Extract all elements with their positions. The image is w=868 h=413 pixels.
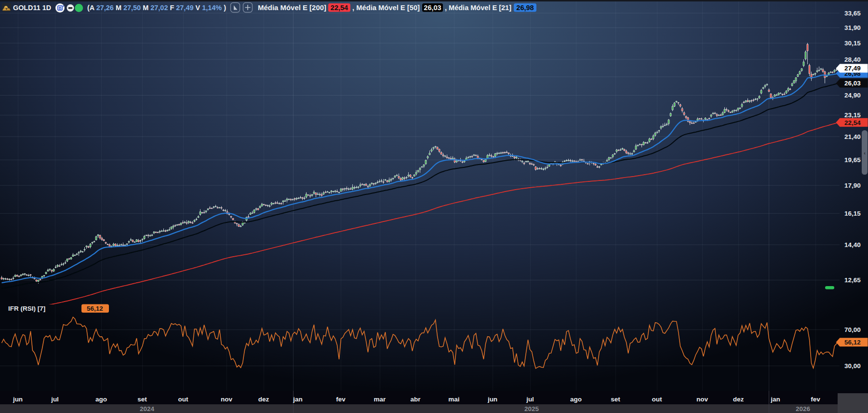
- svg-text:jul: jul: [51, 396, 59, 403]
- svg-text:B: B: [59, 6, 62, 11]
- svg-text:dez: dez: [258, 396, 269, 403]
- svg-text:26,98: 26,98: [516, 4, 534, 12]
- svg-text:70,00: 70,00: [844, 326, 861, 333]
- svg-text:nov: nov: [221, 396, 232, 403]
- svg-text:, Média Móvel E [50]: , Média Móvel E [50]: [352, 4, 420, 12]
- svg-text:30,15: 30,15: [844, 40, 861, 47]
- svg-text:(A 27,26 M 27,50 M 27,02 F 27,: (A 27,26 M 27,50 M 27,02 F 27,49 V 1,14%…: [87, 4, 226, 12]
- svg-text:22,54: 22,54: [844, 119, 861, 126]
- svg-text:26,03: 26,03: [844, 80, 861, 87]
- svg-text:12,65: 12,65: [844, 276, 861, 284]
- svg-text:56,12: 56,12: [87, 305, 103, 312]
- svg-text:27,49: 27,49: [844, 65, 861, 72]
- svg-text:Média Móvel E [200]: Média Móvel E [200]: [258, 4, 326, 12]
- svg-text:56,12: 56,12: [844, 339, 861, 346]
- svg-text:31,90: 31,90: [844, 24, 861, 31]
- svg-text:23,15: 23,15: [844, 111, 861, 119]
- svg-text:ago: ago: [570, 396, 582, 403]
- svg-text:set: set: [611, 396, 620, 403]
- svg-text:17,90: 17,90: [844, 182, 861, 189]
- svg-text:mai: mai: [448, 396, 459, 403]
- svg-text:28,40: 28,40: [844, 56, 861, 63]
- svg-text:14,40: 14,40: [844, 241, 861, 248]
- svg-text:24,90: 24,90: [844, 92, 861, 99]
- svg-text:jun: jun: [487, 396, 497, 403]
- svg-text:ago: ago: [95, 396, 107, 403]
- svg-text:33,65: 33,65: [844, 10, 861, 17]
- svg-text:2026: 2026: [796, 405, 811, 413]
- svg-text:nov: nov: [696, 396, 708, 403]
- svg-text:jun: jun: [13, 396, 23, 403]
- svg-text:set: set: [137, 396, 147, 403]
- svg-text:GOLD11 1D: GOLD11 1D: [13, 4, 51, 12]
- svg-text:, Média Móvel E [21]: , Média Móvel E [21]: [445, 4, 511, 12]
- svg-text:22,54: 22,54: [331, 4, 348, 12]
- svg-text:fev: fev: [811, 396, 820, 403]
- svg-text:jul: jul: [526, 396, 534, 403]
- svg-text:out: out: [652, 396, 662, 403]
- svg-text:2025: 2025: [524, 405, 539, 413]
- svg-text:‹: ‹: [864, 150, 866, 156]
- svg-text:26,03: 26,03: [424, 4, 441, 12]
- svg-text:mar: mar: [374, 396, 387, 403]
- svg-text:21,40: 21,40: [844, 133, 861, 140]
- svg-text:fev: fev: [336, 396, 346, 403]
- svg-text:IFR (RSI) [7]: IFR (RSI) [7]: [8, 305, 45, 312]
- svg-text:2024: 2024: [140, 405, 155, 413]
- svg-text:jan: jan: [770, 396, 780, 403]
- svg-text:abr: abr: [410, 396, 421, 403]
- svg-text:16,15: 16,15: [844, 210, 861, 217]
- svg-text:out: out: [178, 396, 188, 403]
- svg-text:19,65: 19,65: [844, 156, 861, 164]
- svg-text:30,00: 30,00: [844, 362, 861, 370]
- svg-text:jan: jan: [293, 396, 303, 403]
- svg-text:dez: dez: [733, 396, 744, 403]
